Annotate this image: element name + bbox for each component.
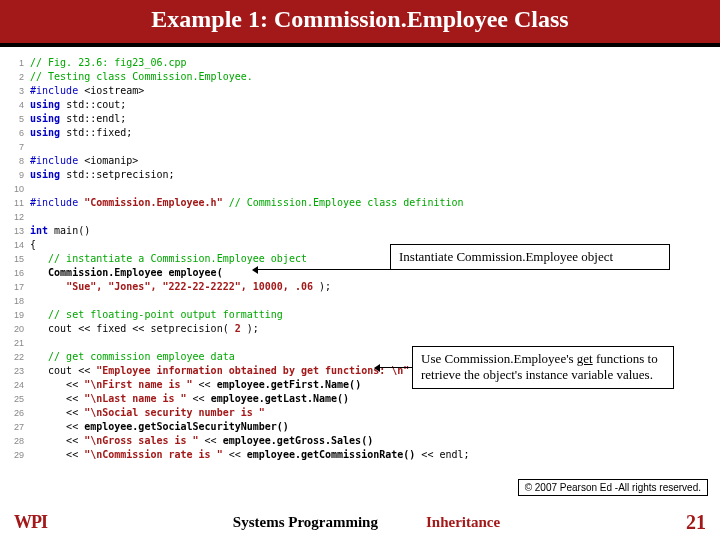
code-content: << "\nFirst name is " << employee.getFir… — [30, 378, 361, 392]
line-number: 7 — [8, 140, 30, 154]
line-number: 16 — [8, 266, 30, 280]
code-line: 4using std::cout; — [8, 98, 712, 112]
slide-footer: WPI Systems Programming Inheritance 21 — [0, 504, 720, 540]
code-content: #include "Commission.Employee.h" // Comm… — [30, 196, 464, 210]
code-content: using std::endl; — [30, 112, 126, 126]
line-number: 2 — [8, 70, 30, 84]
line-number: 9 — [8, 168, 30, 182]
code-content: // Fig. 23.6: fig23_06.cpp — [30, 56, 187, 70]
code-line: 26 << "\nSocial security number is " — [8, 406, 712, 420]
line-number: 1 — [8, 56, 30, 70]
code-content: << "\nGross sales is " << employee.getGr… — [30, 434, 373, 448]
line-number: 3 — [8, 84, 30, 98]
code-content: using std::cout; — [30, 98, 126, 112]
callout-instantiate: Instantiate Commission.Employee object — [390, 244, 670, 270]
code-content: << "\nLast name is " << employee.getLast… — [30, 392, 349, 406]
code-content: // get commission employee data — [30, 350, 235, 364]
line-number: 18 — [8, 294, 30, 308]
line-number: 25 — [8, 392, 30, 406]
line-number: 28 — [8, 434, 30, 448]
line-number: 15 — [8, 252, 30, 266]
line-number: 21 — [8, 336, 30, 350]
code-line: 18 — [8, 294, 712, 308]
line-number: 23 — [8, 364, 30, 378]
line-number: 12 — [8, 210, 30, 224]
code-content: Commission.Employee employee( — [30, 266, 223, 280]
line-number: 22 — [8, 350, 30, 364]
line-number: 26 — [8, 406, 30, 420]
code-line: 20 cout << fixed << setprecision( 2 ); — [8, 322, 712, 336]
code-content: #include <iomanip> — [30, 154, 138, 168]
code-line: 19 // set floating-point output formatti… — [8, 308, 712, 322]
line-number: 8 — [8, 154, 30, 168]
slide-title: Example 1: Commission.Employee Class — [0, 6, 720, 33]
footer-course: Systems Programming — [233, 514, 378, 531]
code-line: 12 — [8, 210, 712, 224]
callout-get-functions: Use Commission.Employee's get functions … — [412, 346, 674, 389]
code-content: // set floating-point output formatting — [30, 308, 283, 322]
code-line: 17 "Sue", "Jones", "222-22-2222", 10000,… — [8, 280, 712, 294]
code-content: << employee.getSocialSecurityNumber() — [30, 420, 289, 434]
callout-arrow-1 — [254, 269, 390, 270]
line-number: 4 — [8, 98, 30, 112]
wpi-logo: WPI — [14, 512, 47, 533]
code-line: 25 << "\nLast name is " << employee.getL… — [8, 392, 712, 406]
copyright-notice: © 2007 Pearson Ed -All rights reserved. — [518, 479, 708, 496]
code-content: // Testing class Commission.Employee. — [30, 70, 253, 84]
code-line: 3#include <iostream> — [8, 84, 712, 98]
line-number: 17 — [8, 280, 30, 294]
line-number: 19 — [8, 308, 30, 322]
line-number: 10 — [8, 182, 30, 196]
line-number: 6 — [8, 126, 30, 140]
code-line: 11#include "Commission.Employee.h" // Co… — [8, 196, 712, 210]
page-number: 21 — [686, 511, 706, 534]
line-number: 24 — [8, 378, 30, 392]
code-content: cout << "Employee information obtained b… — [30, 364, 409, 378]
code-line: 9using std::setprecision; — [8, 168, 712, 182]
code-line: 5using std::endl; — [8, 112, 712, 126]
code-listing: 1// Fig. 23.6: fig23_06.cpp2// Testing c… — [0, 54, 720, 504]
code-content: using std::fixed; — [30, 126, 132, 140]
code-content: "Sue", "Jones", "222-22-2222", 10000, .0… — [30, 280, 331, 294]
code-line: 2// Testing class Commission.Employee. — [8, 70, 712, 84]
code-line: 28 << "\nGross sales is " << employee.ge… — [8, 434, 712, 448]
code-line: 10 — [8, 182, 712, 196]
code-content: << "\nCommission rate is " << employee.g… — [30, 448, 470, 462]
code-content: // instantiate a Commission.Employee obj… — [30, 252, 307, 266]
code-content: { — [30, 238, 36, 252]
footer-topic: Inheritance — [426, 514, 500, 531]
line-number: 13 — [8, 224, 30, 238]
code-line: 27 << employee.getSocialSecurityNumber() — [8, 420, 712, 434]
code-line: 8#include <iomanip> — [8, 154, 712, 168]
line-number: 20 — [8, 322, 30, 336]
line-number: 27 — [8, 420, 30, 434]
code-line: 6using std::fixed; — [8, 126, 712, 140]
callout-arrow-2 — [376, 367, 412, 368]
code-content: using std::setprecision; — [30, 168, 175, 182]
slide-header: Example 1: Commission.Employee Class — [0, 0, 720, 47]
line-number: 29 — [8, 448, 30, 462]
code-line: 13int main() — [8, 224, 712, 238]
code-content: cout << fixed << setprecision( 2 ); — [30, 322, 259, 336]
code-line: 1// Fig. 23.6: fig23_06.cpp — [8, 56, 712, 70]
code-content: #include <iostream> — [30, 84, 144, 98]
code-line: 29 << "\nCommission rate is " << employe… — [8, 448, 712, 462]
line-number: 11 — [8, 196, 30, 210]
code-content: int main() — [30, 224, 90, 238]
footer-center: Systems Programming Inheritance — [47, 514, 686, 531]
code-content: << "\nSocial security number is " — [30, 406, 265, 420]
line-number: 5 — [8, 112, 30, 126]
line-number: 14 — [8, 238, 30, 252]
code-line: 7 — [8, 140, 712, 154]
